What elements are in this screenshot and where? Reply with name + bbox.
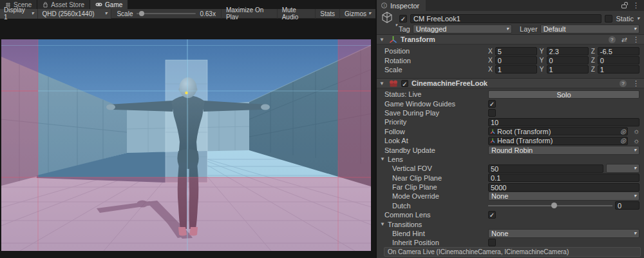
fov-preset-dropdown[interactable]: ▾ [606,164,639,173]
foldout-icon: ▼ [380,156,385,162]
gizmos-dropdown[interactable]: Gizmos▾ [339,9,375,19]
gear-icon[interactable]: ☼ [633,128,639,135]
chevron-down-icon: ▾ [634,194,636,199]
inherit-position-row: Inherit Position ✓ [377,238,644,247]
follow-label: Follow [384,128,488,135]
lock-icon[interactable] [621,5,627,8]
game-render [1,39,371,251]
tab-game[interactable]: Game [90,0,128,9]
object-picker-icon[interactable]: ◎ [620,128,626,135]
position-label: Position [384,47,488,55]
gameobject-icon[interactable]: ▾ [381,11,396,26]
rotation-y-field[interactable]: 0 [547,56,589,64]
vertical-fov-row: Vertical FOV 50 ▾ [377,164,644,173]
maximize-on-play-label: Maximize On Play [226,6,272,21]
position-y-field[interactable]: 2.3 [547,47,589,55]
tag-dropdown[interactable]: Untagged ▾ [413,25,512,34]
gear-icon[interactable]: ☼ [633,137,639,144]
inherit-position-checkbox[interactable]: ✓ [488,239,496,246]
transitions-foldout[interactable]: ▼ Transitions [377,219,644,228]
scale-slider-handle[interactable] [139,11,144,16]
look-at-label: Look At [384,137,488,144]
scale-slider[interactable] [137,13,196,14]
gameobject-name-field[interactable]: CM FreeLook1 [410,14,601,23]
status-label: Status: Live [384,90,488,98]
dutch-slider[interactable] [488,201,612,210]
save-during-play-row: Save During Play ✓ [377,108,644,117]
scale-label: Scale [117,10,133,17]
cinemachine-header[interactable]: ▼ ✓ CinemachineFreeLook ? ⋮ [377,78,644,88]
dutch-field[interactable]: 0 [615,201,639,210]
rotation-row: Rotation X0 Y0 Z0 [377,55,644,64]
component-enabled-checkbox[interactable]: ✓ [401,80,408,87]
axis-z-label: Z [591,57,595,64]
static-checkbox[interactable]: ✓ [605,15,612,23]
layer-dropdown[interactable]: Default ▾ [540,25,639,34]
transform-title: Transform [401,35,435,43]
axis-z-label: Z [591,66,595,73]
near-clip-label: Near Clip Plane [384,174,488,182]
tab-game-label: Game [105,1,122,8]
resolution-dropdown[interactable]: QHD (2560x1440) ▾ [38,9,111,19]
position-x-field[interactable]: 5 [495,47,537,55]
rotation-x-field[interactable]: 0 [495,56,537,64]
static-dropdown-caret[interactable]: ▾ [637,16,639,21]
game-viewport[interactable] [0,19,375,258]
cube-icon [381,11,393,24]
follow-object-field[interactable]: Root (Transform) ◎ [488,127,628,135]
axis-y-label: Y [540,57,544,64]
foldout-icon[interactable]: ▼ [379,81,386,86]
transform-header[interactable]: ▼ Transform ? ⇄ ⋮ [377,34,644,45]
cinemachine-title: CinemachineFreeLook [412,79,488,87]
menu-icon[interactable]: ⋮ [632,2,639,9]
solo-button[interactable]: Solo [488,90,639,99]
layer-value: Default [544,25,566,33]
mute-audio-button[interactable]: Mute Audio [277,9,316,19]
tab-inspector[interactable]: i Inspector [377,0,426,11]
check-icon: ✓ [400,15,406,23]
lens-foldout[interactable]: ▼ Lens [377,155,644,164]
scale-z-field[interactable]: 1 [598,65,639,74]
maximize-on-play-button[interactable]: Maximize On Play [221,9,277,19]
display-dropdown[interactable]: Display 1 ▾ [0,9,38,19]
scale-y-field[interactable]: 1 [547,65,589,74]
presets-icon[interactable]: ⇄ [621,36,627,43]
stats-button[interactable]: Stats [315,9,339,19]
save-during-play-checkbox[interactable]: ✓ [488,109,496,117]
check-icon: ✓ [402,81,408,88]
dutch-slider-handle[interactable] [551,203,557,208]
transform-icon [389,35,397,44]
help-icon[interactable]: ? [620,80,627,87]
look-at-row: Look At Head (Transform) ◎ ☼ [377,136,644,145]
priority-field[interactable]: 10 [488,118,639,126]
near-clip-field[interactable]: 0.1 [488,174,639,182]
vertical-fov-field[interactable]: 50 [488,164,603,173]
tab-asset-store[interactable]: Asset Store [37,0,90,9]
scale-x-field[interactable]: 1 [495,65,537,74]
cinemachine-component: ▼ ✓ CinemachineFreeLook ? ⋮ Status: Live… [377,78,644,248]
menu-icon[interactable]: ⋮ [632,80,639,87]
position-z-field[interactable]: -6.5 [598,47,639,55]
axis-x-label: X [488,66,493,73]
mode-override-dropdown[interactable]: None ▾ [488,192,639,201]
chevron-down-icon: ▾ [634,148,636,153]
tag-label: Tag [399,25,410,33]
game-window-guides-checkbox[interactable]: ✓ [488,100,496,108]
gameobject-active-checkbox[interactable]: ✓ [399,15,407,23]
transform-icon [490,138,495,143]
look-at-object-field[interactable]: Head (Transform) ◎ [488,137,628,145]
menu-icon[interactable]: ⋮ [632,36,639,43]
foldout-icon[interactable]: ▼ [379,37,386,43]
common-lens-checkbox[interactable]: ✓ [488,211,496,219]
resolution-dropdown-label: QHD (2560x1440) [42,10,94,17]
object-picker-icon[interactable]: ◎ [620,137,626,144]
blend-hint-dropdown[interactable]: None ▾ [488,229,639,238]
far-clip-field[interactable]: 5000 [488,183,639,192]
game-tabbar: Scene Asset Store Game [0,0,375,9]
help-icon[interactable]: ? [609,36,616,43]
standby-update-dropdown[interactable]: Round Robin ▾ [488,146,639,155]
rotation-z-field[interactable]: 0 [598,56,639,64]
lens-label: Lens [388,155,403,163]
inspector-panel: i Inspector ⋮ ▾ ✓ CM FreeLook1 ✓ Sta [377,0,644,258]
transform-icon [490,129,495,134]
